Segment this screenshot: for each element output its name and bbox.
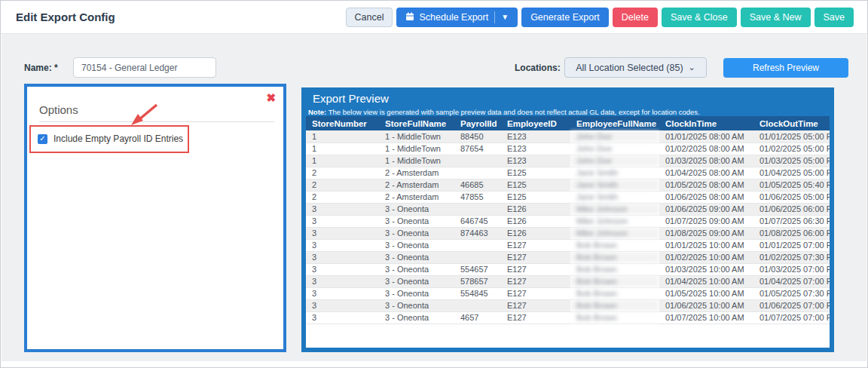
column-header[interactable]: EmployeeFullName [570, 116, 659, 130]
table-cell: 3 [306, 251, 379, 263]
table-cell: 01/02/2025 05:00 PM [753, 143, 830, 155]
table-cell: 2 [306, 167, 379, 179]
save-button[interactable]: Save [815, 8, 854, 27]
table-cell [454, 251, 501, 263]
generate-export-label: Generate Export [530, 12, 600, 23]
table-row[interactable]: 11 - MiddleTown88450E123John Doe01/01/20… [306, 130, 830, 143]
employee-name-cell-redacted: John Doe [570, 155, 659, 167]
locations-chevron-down-icon: ⌄ [689, 63, 695, 72]
toolbar: Cancel Schedule Export ▼ Generate Export… [346, 8, 854, 27]
note-label: Note: [308, 108, 326, 116]
table-cell: 1 [306, 143, 379, 155]
table-row[interactable]: 33 - OneontaE127Bob Brown01/01/2025 10:0… [306, 239, 830, 251]
generate-export-button[interactable]: Generate Export [521, 8, 609, 27]
table-cell: 87654 [454, 143, 501, 155]
table-cell: E127 [501, 251, 570, 263]
export-preview-note: Note: The below view is generated with s… [308, 108, 700, 116]
table-cell: 554657 [454, 263, 501, 275]
table-row[interactable]: 33 - Oneonta646745E126Mike Johnson01/07/… [306, 215, 830, 227]
refresh-preview-button[interactable]: Refresh Preview [723, 58, 848, 78]
employee-name-cell-redacted: Bob Brown [570, 263, 659, 275]
employee-name-cell-redacted: Mike Johnson [570, 227, 659, 239]
table-cell: E125 [501, 179, 570, 191]
column-header[interactable]: ClockOutTime [753, 116, 830, 130]
table-cell: 01/03/2025 10:00 AM [659, 263, 753, 275]
table-cell: 646745 [454, 215, 501, 227]
employee-name-cell-redacted: Jane Smith [570, 179, 659, 191]
table-row[interactable]: 22 - AmsterdamE125Jane Smith01/04/2025 0… [306, 167, 830, 179]
table-row[interactable]: 11 - MiddleTown87654E123John Doe01/02/20… [306, 143, 830, 155]
table-cell: 2 - Amsterdam [379, 167, 454, 179]
table-cell: 47855 [454, 191, 501, 203]
table-cell: 01/05/2025 08:00 AM [659, 179, 753, 191]
table-cell: 3 - Oneonta [379, 203, 454, 215]
name-input[interactable] [73, 57, 216, 78]
table-cell: 3 - Oneonta [379, 311, 454, 324]
table-cell: E127 [501, 275, 570, 287]
table-cell: 01/06/2025 07:00 PM [753, 299, 830, 311]
table-cell: 3 - Oneonta [379, 287, 454, 299]
table-cell: 01/08/2025 06:00 PM [753, 227, 830, 239]
table-row[interactable]: 33 - Oneonta4657E127Bob Brown01/07/2025 … [306, 311, 830, 324]
top-bar: Edit Export Config Cancel Schedule Expor… [1, 1, 867, 34]
schedule-export-button[interactable]: Schedule Export ▼ [396, 8, 518, 27]
table-row[interactable]: 22 - Amsterdam46685E125Jane Smith01/05/2… [306, 179, 830, 191]
table-cell: 01/06/2025 10:00 AM [659, 299, 753, 311]
column-header[interactable]: PayrollId [454, 116, 501, 130]
table-cell: E127 [501, 239, 570, 251]
note-text: The below view is generated with sample … [326, 108, 699, 116]
employee-name-cell-redacted: Bob Brown [570, 275, 659, 287]
table-cell: 4657 [454, 311, 501, 324]
employee-name-cell-redacted: Bob Brown [570, 299, 659, 311]
table-row[interactable]: 33 - Oneonta874463E126Mike Johnson01/08/… [306, 227, 830, 239]
column-header[interactable]: StoreNumber [306, 116, 379, 130]
table-cell: E123 [501, 143, 570, 155]
table-cell: E127 [501, 263, 570, 275]
annotation-arrow-icon [122, 100, 161, 129]
table-cell: 2 [306, 191, 379, 203]
table-cell: 3 [306, 239, 379, 251]
column-header[interactable]: ClockInTime [659, 116, 753, 130]
table-row[interactable]: 33 - OneontaE127Bob Brown01/06/2025 10:0… [306, 299, 830, 311]
column-header[interactable]: EmployeeID [501, 116, 570, 130]
chevron-down-icon[interactable]: ▼ [501, 14, 509, 21]
save-new-button[interactable]: Save & New [741, 8, 811, 27]
include-empty-payroll-label: Include Empty Payroll ID Entries [53, 133, 183, 144]
table-row[interactable]: 33 - Oneonta578657E127Bob Brown01/04/202… [306, 275, 830, 287]
table-cell: 01/02/2025 07:30 PM [753, 251, 830, 263]
include-empty-payroll-option[interactable]: ✓ Include Empty Payroll ID Entries [38, 133, 183, 144]
employee-name-cell-redacted: Bob Brown [570, 287, 659, 299]
table-cell: 3 - Oneonta [379, 275, 454, 287]
table-row[interactable]: 22 - Amsterdam47855E125Jane Smith01/06/2… [306, 191, 830, 203]
table-row[interactable]: 33 - OneontaE126Mike Johnson01/06/2025 0… [306, 203, 830, 215]
table-row[interactable]: 33 - Oneonta554657E127Bob Brown01/03/202… [306, 263, 830, 275]
options-divider [39, 121, 274, 122]
table-cell: 01/06/2025 09:00 AM [659, 203, 753, 215]
calendar-icon [405, 12, 414, 23]
table-cell: 2 - Amsterdam [379, 191, 454, 203]
table-cell: 554845 [454, 287, 501, 299]
column-header[interactable]: StoreFullName [379, 116, 454, 130]
options-panel: ✖ Options ✓ Include Empty Payroll ID Ent… [24, 84, 286, 352]
save-close-button[interactable]: Save & Close [662, 8, 737, 27]
refresh-preview-label: Refresh Preview [753, 63, 819, 73]
close-icon[interactable]: ✖ [266, 91, 276, 105]
button-divider [494, 11, 495, 23]
employee-name-cell-redacted: Bob Brown [570, 239, 659, 251]
table-row[interactable]: 11 - MiddleTownE123John Doe01/03/2025 08… [306, 155, 830, 167]
table-row[interactable]: 33 - Oneonta554845E127Bob Brown01/05/202… [306, 287, 830, 299]
employee-name-cell-redacted: Jane Smith [570, 167, 659, 179]
table-cell: 3 [306, 203, 379, 215]
cancel-button-label: Cancel [355, 12, 384, 23]
table-cell: 46685 [454, 179, 501, 191]
table-cell: 578657 [454, 275, 501, 287]
include-empty-payroll-checkbox[interactable]: ✓ [38, 134, 47, 144]
schedule-export-label: Schedule Export [419, 12, 488, 23]
table-cell: 3 [306, 299, 379, 311]
locations-dropdown[interactable]: All Location Selected (85) ⌄ [564, 57, 707, 78]
table-row[interactable]: 33 - OneontaE127Bob Brown01/02/2025 10:0… [306, 251, 830, 263]
table-cell: 01/05/2025 10:00 AM [659, 287, 753, 299]
cancel-button[interactable]: Cancel [346, 8, 393, 27]
delete-button[interactable]: Delete [613, 8, 658, 27]
employee-name-cell-redacted: Jane Smith [570, 191, 659, 203]
